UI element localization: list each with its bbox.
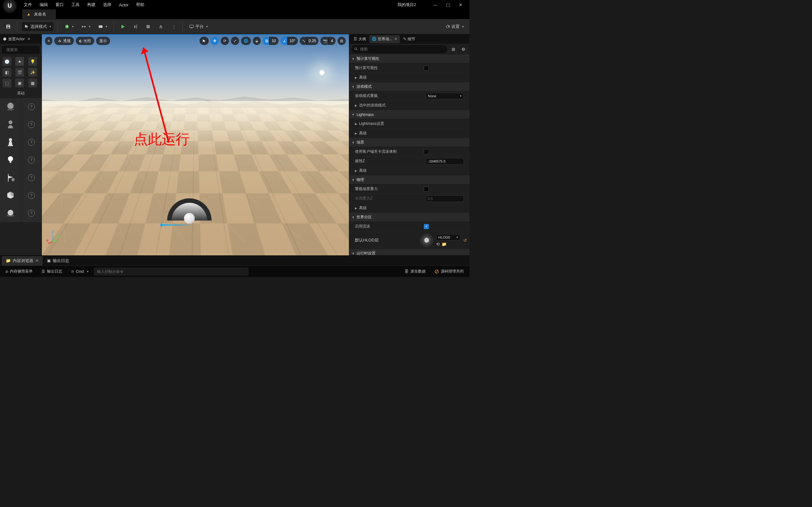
hlod-select[interactable]: HLOD0▾ <box>436 234 460 240</box>
prop-advanced-4[interactable]: ▶高级 <box>349 204 469 213</box>
cat-lights-icon[interactable]: 💡 <box>28 57 37 66</box>
close-icon[interactable]: ✕ <box>27 37 31 41</box>
sequence-button[interactable]: ▾ <box>96 21 110 32</box>
cat-all-icon[interactable]: ▦ <box>28 78 37 88</box>
hlod-browse-icon[interactable]: ⟲ <box>436 242 440 246</box>
cat-fx-icon[interactable]: ✨ <box>28 68 37 77</box>
cat-recent-icon[interactable]: 🕓 <box>3 57 11 66</box>
world-settings-tab[interactable]: 🌐 世界场... ✕ <box>369 35 400 43</box>
details-search[interactable] <box>351 45 447 53</box>
output-log-tab[interactable]: ▣ 输出日志 <box>43 256 73 266</box>
actor-item-cube[interactable]: ? <box>0 187 42 205</box>
viewport-canvas[interactable]: 点此运行 <box>42 35 349 256</box>
override-gravity-checkbox[interactable] <box>424 187 429 192</box>
scale-tool-button[interactable]: ⤢ <box>231 37 239 45</box>
kill-z-input[interactable] <box>426 158 464 164</box>
camera-index-value[interactable]: 4 <box>328 37 336 45</box>
cat-volumes-icon[interactable]: ▣ <box>15 78 24 88</box>
help-button[interactable]: ? <box>21 133 42 151</box>
world-local-button[interactable]: 🌐 <box>241 37 251 45</box>
eject-button[interactable] <box>156 21 166 32</box>
player-start-gizmo[interactable] <box>167 199 212 224</box>
help-button[interactable]: ? <box>21 151 42 169</box>
viewport-options-button[interactable]: ≡ <box>45 37 52 45</box>
lighting-button[interactable]: ◐ 光照 <box>76 37 94 45</box>
angle-snap-value[interactable]: 10° <box>287 37 298 45</box>
viewport-layout-button[interactable]: ⊞ <box>338 37 346 45</box>
search-classes[interactable] <box>2 46 40 54</box>
cat-runtime[interactable]: ▼运行时设置 <box>349 249 469 256</box>
viewport[interactable]: ≡ 透视 ◐ 光照 显示 ✥ ⟳ ⤢ 🌐 ⬙ ⊞ 10 ∠ 10° <box>42 34 349 256</box>
hlod-find-icon[interactable]: 📁 <box>442 242 447 246</box>
menu-file[interactable]: 文件 <box>20 1 36 9</box>
actor-item-pawn[interactable]: ? <box>0 133 42 151</box>
prop-advanced-1[interactable]: ▶高级 <box>349 73 469 82</box>
play-button[interactable] <box>118 21 128 32</box>
surface-snap-button[interactable]: ⬙ <box>253 37 261 45</box>
actor-item-actor[interactable]: ? <box>0 98 42 116</box>
select-tool-button[interactable] <box>200 37 209 45</box>
derived-data-button[interactable]: 🗄 派生数据 <box>402 268 429 276</box>
window-maximize[interactable]: ▢ <box>442 0 454 9</box>
add-content-button[interactable]: ▾ <box>62 21 76 32</box>
details-search-input[interactable] <box>360 47 444 51</box>
place-actors-tab[interactable]: 放置Actor ✕ <box>0 34 42 44</box>
cat-world-partition[interactable]: ▼世界分区 <box>349 213 469 222</box>
cat-physics[interactable]: ▼物理 <box>349 176 469 184</box>
menu-build[interactable]: 构建 <box>84 1 99 9</box>
reset-to-default-icon[interactable]: ↺ <box>463 238 467 243</box>
content-drawer-button[interactable]: ⎚ 内容侧滑菜单 <box>3 268 36 276</box>
select-mode-button[interactable]: 选择模式 ▾ <box>21 21 54 32</box>
save-button[interactable] <box>3 21 13 32</box>
translate-tool-button[interactable]: ✥ <box>211 37 219 45</box>
source-control-button[interactable]: 源码管理关闭 <box>432 268 467 276</box>
step-button[interactable] <box>131 21 141 32</box>
help-button[interactable]: ? <box>21 169 42 187</box>
help-button[interactable]: ? <box>21 187 42 205</box>
game-mode-override-select[interactable]: None▾ <box>426 93 464 99</box>
prop-advanced-2[interactable]: ▶高级 <box>349 129 469 138</box>
prop-advanced-3[interactable]: ▶高级 <box>349 166 469 176</box>
menu-actor[interactable]: Actor <box>115 1 132 9</box>
settings-gear-button[interactable]: ⚙ <box>459 45 467 53</box>
output-log-button[interactable]: ☰ 输出日志 <box>38 268 65 276</box>
help-button[interactable]: ? <box>21 116 42 133</box>
prop-lightmass-settings[interactable]: ▶Lightmass设置 <box>349 119 469 129</box>
view-mode-button[interactable]: 透视 <box>54 37 74 45</box>
details-tab[interactable]: ✎ 细节 <box>401 35 418 43</box>
cat-game-mode[interactable]: ▼游戏模式 <box>349 82 469 91</box>
scale-snap-value[interactable]: 0.25 <box>306 37 318 45</box>
document-tab-unnamed[interactable]: ▲ 未命名 <box>22 9 56 19</box>
precomputed-visibility-checkbox[interactable] <box>424 66 429 71</box>
platform-button[interactable]: 平台 ▾ <box>187 21 210 32</box>
cat-lightmass[interactable]: ▼Lightmass <box>349 110 469 119</box>
enable-streaming-checkbox[interactable] <box>424 224 429 229</box>
window-close[interactable]: ✕ <box>454 0 467 9</box>
content-browser-tab[interactable]: 📁 内容浏览器 ✕ <box>2 256 43 266</box>
outliner-tab[interactable]: ☰ 大纲 <box>351 35 368 43</box>
menu-window[interactable]: 窗口 <box>52 1 67 9</box>
cat-shapes-icon[interactable]: ◧ <box>3 68 11 77</box>
stop-button[interactable] <box>143 21 153 32</box>
show-button[interactable]: 显示 <box>96 37 110 45</box>
grid-snap-value[interactable]: 10 <box>269 37 278 45</box>
cat-scene[interactable]: ▼场景 <box>349 138 469 147</box>
cat-cinematic-icon[interactable]: 🎬 <box>15 68 24 77</box>
menu-select[interactable]: 选择 <box>99 1 115 9</box>
actor-item-sphere[interactable]: ? <box>0 205 42 222</box>
actor-item-playerstart[interactable]: ? <box>0 169 42 187</box>
settings-button[interactable]: 设置 ▾ <box>443 21 466 32</box>
close-icon[interactable]: ✕ <box>35 258 39 263</box>
close-icon[interactable]: ✕ <box>394 37 397 41</box>
help-button[interactable]: ? <box>21 98 42 116</box>
property-matrix-button[interactable]: ⊞ <box>449 45 457 53</box>
cat-geometry-icon[interactable]: ⬚ <box>3 78 11 88</box>
menu-edit[interactable]: 编辑 <box>36 1 52 9</box>
play-options-button[interactable]: ⋮ <box>168 21 179 32</box>
menu-tools[interactable]: 工具 <box>67 1 84 9</box>
prop-selected-game-mode[interactable]: ▶选中的游戏模式 <box>349 101 469 110</box>
ue-logo[interactable]: U <box>3 0 17 13</box>
actor-item-character[interactable]: ? <box>0 116 42 133</box>
window-minimize[interactable]: — <box>429 0 442 9</box>
console-input[interactable] <box>94 268 248 275</box>
